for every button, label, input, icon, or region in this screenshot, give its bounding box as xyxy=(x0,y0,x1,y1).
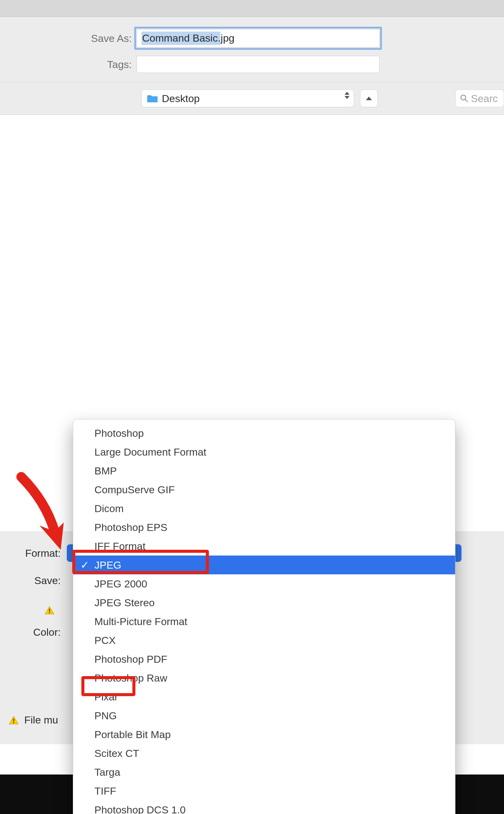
format-option[interactable]: Photoshop DCS 1.0 xyxy=(73,800,455,814)
search-icon xyxy=(460,94,468,103)
svg-line-1 xyxy=(465,99,468,102)
format-option[interactable]: IFF Format xyxy=(73,537,455,556)
format-option[interactable]: Dicom xyxy=(73,499,455,518)
collapse-button[interactable] xyxy=(360,90,378,107)
checkmark-icon: ✓ xyxy=(80,556,89,574)
format-option[interactable]: Photoshop xyxy=(73,424,455,443)
saveas-label: Save As: xyxy=(0,32,137,44)
tags-row: Tags: xyxy=(0,56,504,73)
svg-rect-5 xyxy=(13,722,14,723)
inactive-window-strip xyxy=(0,0,504,17)
save-header-panel: Save As: Command Basic.jpg Tags: xyxy=(0,17,504,82)
svg-rect-4 xyxy=(13,719,14,721)
format-popup-menu[interactable]: PhotoshopLarge Document FormatBMPCompuSe… xyxy=(73,419,455,814)
search-placeholder: Searc xyxy=(471,93,498,104)
format-option[interactable]: Scitex CT xyxy=(73,744,455,763)
folder-icon xyxy=(147,94,158,103)
format-option[interactable]: Pixar xyxy=(73,687,455,706)
format-option[interactable]: Large Document Format xyxy=(73,443,455,462)
format-option[interactable]: BMP xyxy=(73,462,455,480)
location-name: Desktop xyxy=(162,93,200,104)
search-input[interactable]: Searc xyxy=(455,90,504,107)
format-option[interactable]: JPEG 2000 xyxy=(73,574,455,593)
warning-icon-2 xyxy=(9,716,19,725)
format-option[interactable]: Photoshop Raw xyxy=(73,669,455,687)
format-option[interactable]: PCX xyxy=(73,631,455,650)
saveas-field-wrap[interactable]: Command Basic.jpg xyxy=(137,29,380,47)
saveas-row: Save As: Command Basic.jpg xyxy=(0,29,504,47)
format-option[interactable]: TIFF xyxy=(73,782,455,800)
format-label: Format: xyxy=(0,547,67,559)
format-option[interactable]: CompuServe GIF xyxy=(73,480,455,499)
format-option[interactable]: Photoshop PDF xyxy=(73,650,455,669)
bottom-warning-row: File mu xyxy=(9,714,58,726)
format-option[interactable]: Multi-Picture Format xyxy=(73,612,455,631)
color-label: Color: xyxy=(0,626,67,638)
location-dropdown[interactable]: Desktop xyxy=(141,90,354,107)
format-option[interactable]: PNG xyxy=(73,706,455,725)
tags-input[interactable] xyxy=(137,56,380,73)
svg-rect-2 xyxy=(49,609,50,611)
file-warning-text: File mu xyxy=(24,714,58,726)
format-option[interactable]: Portable Bit Map xyxy=(73,725,455,744)
save-label: Save: xyxy=(0,575,67,587)
format-option[interactable]: Photoshop EPS xyxy=(73,518,455,537)
tags-label: Tags: xyxy=(0,59,137,70)
location-stepper-icon xyxy=(345,92,349,99)
format-option[interactable]: Targa xyxy=(73,763,455,782)
location-bar: Desktop Searc xyxy=(0,82,504,115)
format-option[interactable]: JPEG Stereo xyxy=(73,593,455,612)
warning-icon-1 xyxy=(44,605,55,617)
svg-rect-3 xyxy=(49,612,50,613)
chevron-up-icon xyxy=(366,97,372,100)
saveas-input[interactable] xyxy=(137,29,380,47)
format-option[interactable]: JPEG✓ xyxy=(73,556,455,574)
